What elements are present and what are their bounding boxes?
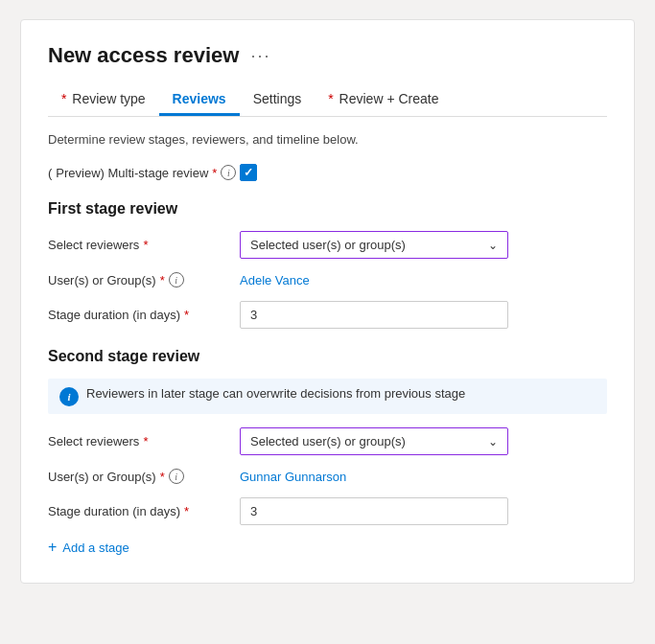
required-star-2: * (328, 91, 333, 106)
first-users-required: * (160, 273, 165, 288)
info-circle-icon: i (59, 387, 79, 406)
tab-review-type[interactable]: * Review type (48, 83, 159, 116)
second-stage-info-box: i Reviewers in later stage can overwrite… (48, 379, 607, 414)
second-reviewers-required: * (143, 434, 148, 448)
tab-reviews[interactable]: Reviews (159, 83, 240, 116)
first-reviewers-dropdown[interactable]: Selected user(s) or group(s) ⌄ (240, 231, 508, 259)
nav-tabs: * Review type Reviews Settings * Review … (48, 83, 607, 117)
first-users-info-icon[interactable]: i (169, 272, 184, 288)
card-header: New access review ··· (48, 43, 607, 68)
second-duration-required: * (184, 504, 189, 518)
multi-stage-checkbox[interactable] (240, 164, 257, 181)
second-users-groups-row: User(s) or Group(s) * i Gunnar Gunnarson (48, 469, 607, 484)
second-stage-title: Second stage review (48, 348, 607, 365)
second-stage-duration-label: Stage duration (in days) * (48, 504, 240, 518)
first-reviewers-chevron-icon: ⌄ (488, 239, 498, 252)
first-stage-duration-row: Stage duration (in days) * (48, 301, 607, 329)
second-reviewers-dropdown[interactable]: Selected user(s) or group(s) ⌄ (240, 427, 508, 455)
access-review-card: New access review ··· * Review type Revi… (20, 19, 635, 584)
multi-stage-label: (Preview) Multi-stage review * i (48, 165, 240, 180)
plus-icon: + (48, 539, 57, 556)
second-select-reviewers-label: Select reviewers * (48, 434, 240, 448)
form-subtitle: Determine review stages, reviewers, and … (48, 132, 607, 147)
add-stage-button[interactable]: + Add a stage (48, 539, 129, 556)
required-star: * (61, 91, 66, 106)
first-user-link[interactable]: Adele Vance (240, 273, 310, 288)
first-stage-duration-label: Stage duration (in days) * (48, 308, 240, 322)
second-stage-duration-input[interactable] (240, 497, 508, 525)
multi-stage-info-icon[interactable]: i (221, 165, 236, 180)
multi-stage-required: * (212, 166, 217, 180)
second-select-reviewers-row: Select reviewers * Selected user(s) or g… (48, 427, 607, 455)
first-select-reviewers-row: Select reviewers * Selected user(s) or g… (48, 231, 607, 259)
first-users-groups-row: User(s) or Group(s) * i Adele Vance (48, 272, 607, 288)
multi-stage-row: (Preview) Multi-stage review * i (48, 164, 607, 181)
second-user-link[interactable]: Gunnar Gunnarson (240, 470, 346, 484)
second-stage-duration-row: Stage duration (in days) * (48, 497, 607, 525)
first-stage-duration-input[interactable] (240, 301, 508, 329)
tab-review-create[interactable]: * Review + Create (315, 83, 452, 116)
first-stage-title: First stage review (48, 200, 607, 218)
second-reviewers-chevron-icon: ⌄ (488, 435, 498, 448)
more-options-button[interactable]: ··· (250, 46, 270, 66)
second-users-required: * (160, 470, 165, 484)
first-users-groups-label: User(s) or Group(s) * i (48, 272, 240, 288)
first-reviewers-required: * (143, 238, 148, 252)
first-select-reviewers-label: Select reviewers * (48, 238, 240, 252)
tab-settings[interactable]: Settings (240, 83, 316, 116)
first-duration-required: * (184, 308, 189, 322)
second-users-groups-label: User(s) or Group(s) * i (48, 469, 240, 484)
multi-stage-checkbox-checked[interactable] (240, 164, 257, 181)
page-title: New access review (48, 43, 239, 68)
second-users-info-icon[interactable]: i (169, 469, 184, 484)
